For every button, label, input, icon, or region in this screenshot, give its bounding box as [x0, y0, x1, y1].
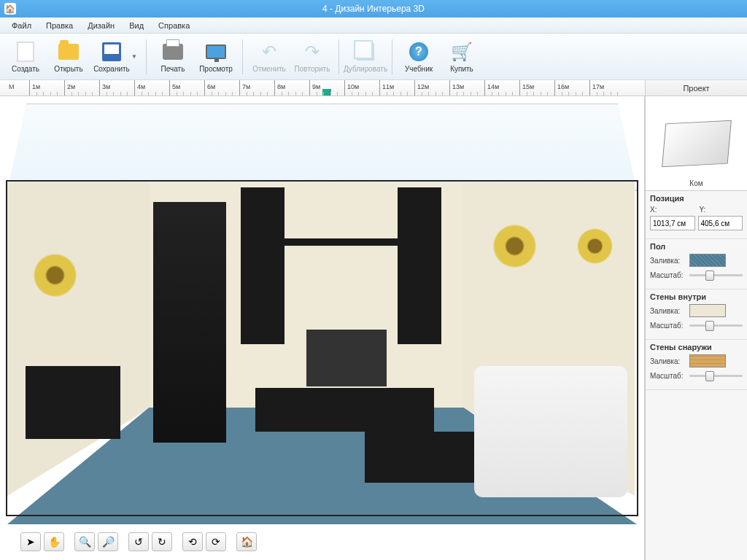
- horizontal-ruler[interactable]: М 1м2м3м4м5м6м7м8м9м10м11м12м13м14м15м16…: [0, 80, 645, 96]
- menu-file[interactable]: Файл: [4, 19, 39, 32]
- preview-label: Ком: [689, 179, 703, 187]
- walls-out-fill-swatch[interactable]: [689, 354, 726, 368]
- furniture-sofa[interactable]: [474, 366, 627, 497]
- ruler-tick: 13м: [449, 80, 450, 96]
- room-scene: [7, 104, 637, 524]
- ruler-tick: 9м: [309, 80, 310, 96]
- ruler-tick: 2м: [64, 80, 65, 96]
- print-button[interactable]: Печать: [152, 36, 194, 77]
- section-title-walls-in: Стены внутри: [650, 292, 743, 301]
- cursor-icon: ➤: [26, 536, 35, 548]
- walls-out-scale-slider[interactable]: [689, 370, 743, 381]
- x-input[interactable]: 1013,7 см: [650, 216, 695, 230]
- y-label: Y:: [700, 206, 743, 214]
- orbit-right-button[interactable]: ↻: [152, 532, 172, 551]
- walls-inside-section: Стены внутри Заливка: Масштаб:: [646, 289, 747, 340]
- walls-in-scale-slider[interactable]: [689, 319, 743, 331]
- redo-icon: ↷: [301, 40, 324, 63]
- tilt-icon: ⟲: [188, 536, 197, 548]
- furniture-tall-cabinet[interactable]: [153, 202, 226, 443]
- save-button[interactable]: Сохранить: [90, 36, 133, 77]
- ruler-tick: 14м: [484, 80, 485, 96]
- main-area: ➤ ✋ 🔍 🔎 ↺ ↻ ⟲ ⟳ 🏠 Ком Позиция X: Y:: [0, 96, 747, 560]
- ruler-unit-label: М: [9, 83, 15, 90]
- home-view-button[interactable]: 🏠: [236, 532, 257, 551]
- furniture-console[interactable]: [26, 366, 120, 439]
- ruler-tick: 8м: [274, 80, 275, 96]
- fill-label: Заливка:: [650, 357, 686, 365]
- select-tool[interactable]: ➤: [20, 532, 41, 551]
- menu-edit[interactable]: Правка: [39, 19, 80, 32]
- ruler-tick: 7м: [239, 80, 240, 96]
- ruler-tick: 6м: [204, 80, 205, 96]
- tilt-down-button[interactable]: ⟳: [206, 532, 226, 551]
- menu-bar: Файл Правка Дизайн Вид Справка: [0, 18, 747, 34]
- tilt-up-button[interactable]: ⟲: [182, 532, 203, 551]
- new-button[interactable]: Создать: [4, 36, 47, 77]
- separator: [146, 39, 147, 74]
- wall-decor-flower: [15, 235, 95, 315]
- save-disk-icon: [100, 40, 123, 63]
- zoom-out-icon: 🔍: [79, 536, 91, 548]
- duplicate-icon: [354, 40, 377, 63]
- redo-button[interactable]: ↷ Повторить: [291, 36, 333, 77]
- preview-shape: [662, 120, 732, 167]
- properties-panel: Ком Позиция X: Y: 1013,7 см 405,6 см Пол…: [645, 96, 747, 560]
- tutorial-button[interactable]: ? Учебник: [398, 36, 440, 77]
- walls-outside-section: Стены снаружи Заливка: Масштаб:: [646, 340, 747, 390]
- ruler-row: М 1м2м3м4м5м6м7м8м9м10м11м12м13м14м15м16…: [0, 80, 747, 96]
- orbit-left-button[interactable]: ↺: [128, 532, 149, 551]
- furniture-wall-unit[interactable]: [241, 187, 285, 344]
- buy-button[interactable]: 🛒 Купить: [441, 36, 483, 77]
- home-icon: 🏠: [241, 536, 253, 548]
- title-bar: 4 - Дизайн Интерьера 3D: [0, 0, 747, 18]
- section-title-position: Позиция: [650, 194, 743, 203]
- zoom-in-icon: 🔎: [102, 536, 115, 548]
- app-icon: [4, 3, 16, 15]
- new-file-icon: [14, 40, 37, 63]
- viewport-toolbar: ➤ ✋ 🔍 🔎 ↺ ↻ ⟲ ⟳ 🏠: [20, 532, 257, 551]
- scale-label: Масштаб:: [650, 271, 686, 279]
- floor-fill-swatch[interactable]: [689, 254, 726, 267]
- ruler-tick: 10м: [344, 80, 345, 96]
- undo-button[interactable]: ↶ Отменить: [248, 36, 290, 77]
- save-dropdown[interactable]: ▼: [131, 53, 138, 60]
- furniture-tv[interactable]: [306, 330, 387, 386]
- menu-help[interactable]: Справка: [151, 19, 197, 32]
- ruler-tick: 4м: [134, 80, 135, 96]
- position-section: Позиция X: Y: 1013,7 см 405,6 см: [646, 191, 747, 239]
- open-button[interactable]: Открыть: [47, 36, 90, 77]
- monitor-icon: [204, 40, 228, 63]
- furniture-shelf[interactable]: [285, 238, 398, 246]
- furniture-tv-stand[interactable]: [255, 388, 434, 432]
- window-title: 4 - Дизайн Интерьера 3D: [322, 4, 425, 14]
- scale-label: Масштаб:: [650, 322, 686, 330]
- tilt-icon: ⟳: [212, 536, 220, 548]
- object-preview: Ком: [646, 96, 747, 191]
- 3d-viewport[interactable]: ➤ ✋ 🔍 🔎 ↺ ↻ ⟲ ⟳ 🏠: [0, 96, 645, 560]
- ruler-tick: 5м: [169, 80, 170, 96]
- separator: [392, 39, 392, 74]
- wall-decor-flower: [562, 213, 627, 279]
- ruler-tick: 15м: [519, 80, 520, 96]
- separator: [242, 39, 243, 74]
- tab-project[interactable]: Проект: [645, 80, 747, 96]
- y-input[interactable]: 405,6 см: [698, 216, 743, 230]
- fill-label: Заливка:: [650, 307, 686, 315]
- ruler-tick: 3м: [99, 80, 100, 96]
- menu-view[interactable]: Вид: [122, 19, 151, 32]
- printer-icon: [161, 40, 185, 63]
- duplicate-button[interactable]: Дублировать: [344, 36, 387, 77]
- ruler-tick: 12м: [414, 80, 415, 96]
- walls-in-fill-swatch[interactable]: [689, 304, 726, 317]
- menu-design[interactable]: Дизайн: [80, 19, 122, 32]
- zoom-in-button[interactable]: 🔎: [98, 532, 118, 551]
- pan-tool[interactable]: ✋: [44, 532, 64, 551]
- ruler-tick: 17м: [589, 80, 590, 96]
- zoom-out-button[interactable]: 🔍: [74, 532, 95, 551]
- preview-button[interactable]: Просмотр: [195, 36, 237, 77]
- orbit-icon: ↻: [158, 536, 166, 548]
- floor-scale-slider[interactable]: [689, 269, 743, 281]
- wall-decor-flower: [474, 206, 554, 286]
- furniture-wall-unit[interactable]: [398, 187, 441, 344]
